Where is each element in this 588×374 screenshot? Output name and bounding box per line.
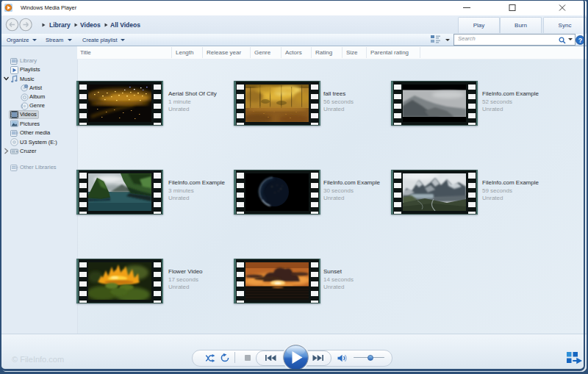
- svg-text:?: ?: [578, 37, 583, 44]
